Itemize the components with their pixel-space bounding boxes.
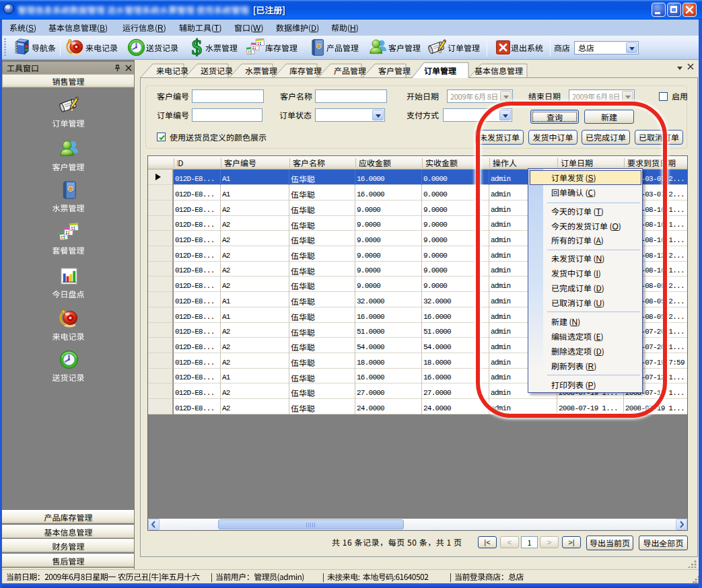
svg-text:基本信息管理: 基本信息管理: [475, 65, 523, 76]
svg-text:送货记录: 送货记录: [201, 65, 233, 76]
svg-text:客户管理: 客户管理: [378, 65, 411, 76]
svg-text:来电记录: 来电记录: [156, 65, 188, 76]
svg-text:产品管理: 产品管理: [334, 65, 366, 76]
svg-text:水票管理: 水票管理: [245, 65, 277, 76]
svg-text:库存管理: 库存管理: [289, 65, 322, 76]
svg-text:订单管理: 订单管理: [424, 65, 456, 76]
